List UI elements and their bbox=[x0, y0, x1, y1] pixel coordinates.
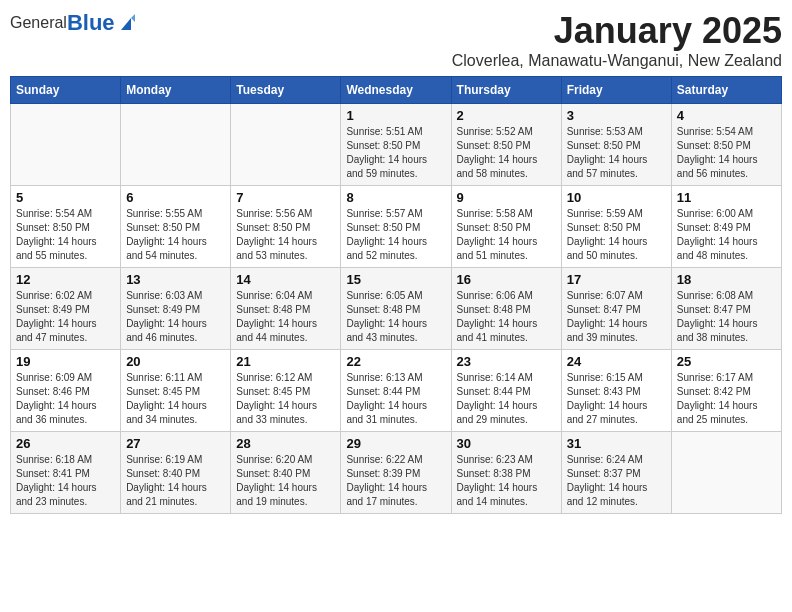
day-number: 17 bbox=[567, 272, 666, 287]
logo: General Blue bbox=[10, 10, 135, 36]
day-detail: Sunrise: 6:17 AM Sunset: 8:42 PM Dayligh… bbox=[677, 371, 776, 427]
day-header-monday: Monday bbox=[121, 77, 231, 104]
calendar-cell: 17Sunrise: 6:07 AM Sunset: 8:47 PM Dayli… bbox=[561, 268, 671, 350]
day-detail: Sunrise: 5:58 AM Sunset: 8:50 PM Dayligh… bbox=[457, 207, 556, 263]
day-detail: Sunrise: 6:00 AM Sunset: 8:49 PM Dayligh… bbox=[677, 207, 776, 263]
calendar-location: Cloverlea, Manawatu-Wanganui, New Zealan… bbox=[452, 52, 782, 70]
calendar-cell: 4Sunrise: 5:54 AM Sunset: 8:50 PM Daylig… bbox=[671, 104, 781, 186]
title-block: January 2025 Cloverlea, Manawatu-Wanganu… bbox=[452, 10, 782, 70]
day-header-friday: Friday bbox=[561, 77, 671, 104]
day-detail: Sunrise: 6:24 AM Sunset: 8:37 PM Dayligh… bbox=[567, 453, 666, 509]
calendar-cell bbox=[11, 104, 121, 186]
calendar-week-row: 26Sunrise: 6:18 AM Sunset: 8:41 PM Dayli… bbox=[11, 432, 782, 514]
day-number: 22 bbox=[346, 354, 445, 369]
day-number: 29 bbox=[346, 436, 445, 451]
day-number: 30 bbox=[457, 436, 556, 451]
day-detail: Sunrise: 5:51 AM Sunset: 8:50 PM Dayligh… bbox=[346, 125, 445, 181]
day-detail: Sunrise: 5:53 AM Sunset: 8:50 PM Dayligh… bbox=[567, 125, 666, 181]
day-detail: Sunrise: 6:14 AM Sunset: 8:44 PM Dayligh… bbox=[457, 371, 556, 427]
day-detail: Sunrise: 6:12 AM Sunset: 8:45 PM Dayligh… bbox=[236, 371, 335, 427]
day-detail: Sunrise: 5:55 AM Sunset: 8:50 PM Dayligh… bbox=[126, 207, 225, 263]
calendar-cell: 9Sunrise: 5:58 AM Sunset: 8:50 PM Daylig… bbox=[451, 186, 561, 268]
calendar-cell: 3Sunrise: 5:53 AM Sunset: 8:50 PM Daylig… bbox=[561, 104, 671, 186]
day-detail: Sunrise: 6:07 AM Sunset: 8:47 PM Dayligh… bbox=[567, 289, 666, 345]
day-number: 14 bbox=[236, 272, 335, 287]
day-detail: Sunrise: 6:03 AM Sunset: 8:49 PM Dayligh… bbox=[126, 289, 225, 345]
day-number: 10 bbox=[567, 190, 666, 205]
day-detail: Sunrise: 6:08 AM Sunset: 8:47 PM Dayligh… bbox=[677, 289, 776, 345]
day-number: 7 bbox=[236, 190, 335, 205]
calendar-week-row: 5Sunrise: 5:54 AM Sunset: 8:50 PM Daylig… bbox=[11, 186, 782, 268]
calendar-cell bbox=[671, 432, 781, 514]
svg-marker-0 bbox=[121, 18, 131, 30]
day-detail: Sunrise: 6:18 AM Sunset: 8:41 PM Dayligh… bbox=[16, 453, 115, 509]
calendar-cell: 20Sunrise: 6:11 AM Sunset: 8:45 PM Dayli… bbox=[121, 350, 231, 432]
day-detail: Sunrise: 6:19 AM Sunset: 8:40 PM Dayligh… bbox=[126, 453, 225, 509]
day-number: 3 bbox=[567, 108, 666, 123]
logo-icon bbox=[117, 14, 135, 32]
calendar-cell: 19Sunrise: 6:09 AM Sunset: 8:46 PM Dayli… bbox=[11, 350, 121, 432]
day-detail: Sunrise: 5:57 AM Sunset: 8:50 PM Dayligh… bbox=[346, 207, 445, 263]
calendar-header-row: SundayMondayTuesdayWednesdayThursdayFrid… bbox=[11, 77, 782, 104]
day-header-saturday: Saturday bbox=[671, 77, 781, 104]
day-header-sunday: Sunday bbox=[11, 77, 121, 104]
day-number: 16 bbox=[457, 272, 556, 287]
day-number: 12 bbox=[16, 272, 115, 287]
calendar-cell: 28Sunrise: 6:20 AM Sunset: 8:40 PM Dayli… bbox=[231, 432, 341, 514]
calendar-cell bbox=[121, 104, 231, 186]
day-header-wednesday: Wednesday bbox=[341, 77, 451, 104]
day-detail: Sunrise: 6:02 AM Sunset: 8:49 PM Dayligh… bbox=[16, 289, 115, 345]
calendar-cell: 25Sunrise: 6:17 AM Sunset: 8:42 PM Dayli… bbox=[671, 350, 781, 432]
day-number: 23 bbox=[457, 354, 556, 369]
calendar-cell: 1Sunrise: 5:51 AM Sunset: 8:50 PM Daylig… bbox=[341, 104, 451, 186]
calendar-cell: 13Sunrise: 6:03 AM Sunset: 8:49 PM Dayli… bbox=[121, 268, 231, 350]
calendar-cell: 11Sunrise: 6:00 AM Sunset: 8:49 PM Dayli… bbox=[671, 186, 781, 268]
calendar-cell: 27Sunrise: 6:19 AM Sunset: 8:40 PM Dayli… bbox=[121, 432, 231, 514]
day-number: 28 bbox=[236, 436, 335, 451]
calendar-cell: 29Sunrise: 6:22 AM Sunset: 8:39 PM Dayli… bbox=[341, 432, 451, 514]
day-number: 18 bbox=[677, 272, 776, 287]
day-number: 21 bbox=[236, 354, 335, 369]
calendar-title: January 2025 bbox=[452, 10, 782, 52]
day-number: 2 bbox=[457, 108, 556, 123]
day-number: 15 bbox=[346, 272, 445, 287]
day-number: 24 bbox=[567, 354, 666, 369]
calendar-cell bbox=[231, 104, 341, 186]
calendar-cell: 10Sunrise: 5:59 AM Sunset: 8:50 PM Dayli… bbox=[561, 186, 671, 268]
day-header-tuesday: Tuesday bbox=[231, 77, 341, 104]
day-number: 5 bbox=[16, 190, 115, 205]
calendar-cell: 5Sunrise: 5:54 AM Sunset: 8:50 PM Daylig… bbox=[11, 186, 121, 268]
day-detail: Sunrise: 5:52 AM Sunset: 8:50 PM Dayligh… bbox=[457, 125, 556, 181]
calendar-cell: 31Sunrise: 6:24 AM Sunset: 8:37 PM Dayli… bbox=[561, 432, 671, 514]
calendar-cell: 7Sunrise: 5:56 AM Sunset: 8:50 PM Daylig… bbox=[231, 186, 341, 268]
calendar-cell: 2Sunrise: 5:52 AM Sunset: 8:50 PM Daylig… bbox=[451, 104, 561, 186]
logo-general-text: General bbox=[10, 14, 67, 32]
day-detail: Sunrise: 6:22 AM Sunset: 8:39 PM Dayligh… bbox=[346, 453, 445, 509]
day-detail: Sunrise: 5:54 AM Sunset: 8:50 PM Dayligh… bbox=[677, 125, 776, 181]
calendar-cell: 23Sunrise: 6:14 AM Sunset: 8:44 PM Dayli… bbox=[451, 350, 561, 432]
day-number: 26 bbox=[16, 436, 115, 451]
day-number: 25 bbox=[677, 354, 776, 369]
day-number: 6 bbox=[126, 190, 225, 205]
day-number: 13 bbox=[126, 272, 225, 287]
calendar-cell: 8Sunrise: 5:57 AM Sunset: 8:50 PM Daylig… bbox=[341, 186, 451, 268]
calendar-cell: 30Sunrise: 6:23 AM Sunset: 8:38 PM Dayli… bbox=[451, 432, 561, 514]
calendar-cell: 22Sunrise: 6:13 AM Sunset: 8:44 PM Dayli… bbox=[341, 350, 451, 432]
calendar-cell: 21Sunrise: 6:12 AM Sunset: 8:45 PM Dayli… bbox=[231, 350, 341, 432]
day-detail: Sunrise: 5:54 AM Sunset: 8:50 PM Dayligh… bbox=[16, 207, 115, 263]
day-detail: Sunrise: 6:23 AM Sunset: 8:38 PM Dayligh… bbox=[457, 453, 556, 509]
day-detail: Sunrise: 6:05 AM Sunset: 8:48 PM Dayligh… bbox=[346, 289, 445, 345]
day-detail: Sunrise: 6:06 AM Sunset: 8:48 PM Dayligh… bbox=[457, 289, 556, 345]
day-number: 27 bbox=[126, 436, 225, 451]
day-number: 1 bbox=[346, 108, 445, 123]
calendar-cell: 12Sunrise: 6:02 AM Sunset: 8:49 PM Dayli… bbox=[11, 268, 121, 350]
day-number: 11 bbox=[677, 190, 776, 205]
day-detail: Sunrise: 6:11 AM Sunset: 8:45 PM Dayligh… bbox=[126, 371, 225, 427]
day-detail: Sunrise: 6:13 AM Sunset: 8:44 PM Dayligh… bbox=[346, 371, 445, 427]
calendar-cell: 16Sunrise: 6:06 AM Sunset: 8:48 PM Dayli… bbox=[451, 268, 561, 350]
day-number: 8 bbox=[346, 190, 445, 205]
calendar-cell: 6Sunrise: 5:55 AM Sunset: 8:50 PM Daylig… bbox=[121, 186, 231, 268]
calendar-cell: 14Sunrise: 6:04 AM Sunset: 8:48 PM Dayli… bbox=[231, 268, 341, 350]
day-detail: Sunrise: 6:20 AM Sunset: 8:40 PM Dayligh… bbox=[236, 453, 335, 509]
calendar-week-row: 12Sunrise: 6:02 AM Sunset: 8:49 PM Dayli… bbox=[11, 268, 782, 350]
